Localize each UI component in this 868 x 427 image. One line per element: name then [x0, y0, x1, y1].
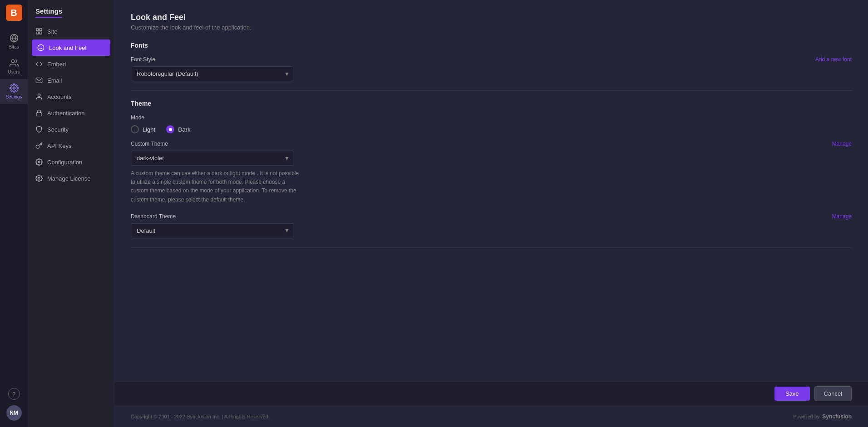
sidebar-item-look-and-feel[interactable]: Look and Feel	[32, 39, 110, 56]
content-area: Look and Feel Customize the look and fee…	[114, 0, 868, 381]
custom-theme-manage-link[interactable]: Manage	[832, 141, 852, 147]
sidebar: Settings Site Look and Feel Embed Ema	[28, 0, 114, 427]
nav-settings[interactable]: Settings	[0, 79, 28, 104]
license-icon	[35, 175, 43, 182]
security-icon	[35, 126, 43, 133]
email-icon	[35, 77, 43, 84]
fonts-section: Fonts Font Style Add a new font Robotore…	[131, 42, 852, 81]
svg-rect-5	[39, 29, 42, 31]
mode-dark-radio[interactable]	[166, 125, 174, 133]
mode-row: Light Dark	[131, 125, 852, 133]
app-logo: B	[6, 5, 22, 21]
nav-users[interactable]: Users	[0, 54, 28, 79]
divider-2	[131, 247, 852, 248]
powered-by-label: Powered by	[793, 414, 819, 419]
divider-1	[131, 90, 852, 91]
main-content: Look and Feel Customize the look and fee…	[114, 0, 868, 427]
sidebar-item-email[interactable]: Email	[28, 72, 114, 88]
nav-settings-label: Settings	[5, 94, 22, 99]
svg-rect-12	[36, 113, 42, 116]
icon-bar-bottom: ? NM	[6, 388, 22, 427]
dashboard-theme-manage-link[interactable]: Manage	[832, 213, 852, 220]
svg-rect-4	[36, 29, 39, 31]
mode-light-label: Light	[143, 126, 155, 133]
add-new-font-link[interactable]: Add a new font	[815, 56, 852, 63]
accounts-icon	[35, 93, 43, 100]
sidebar-item-security-label: Security	[47, 126, 69, 133]
config-icon	[35, 158, 43, 166]
syncfusion-brand: Syncfusion	[822, 413, 852, 420]
sidebar-item-api-keys[interactable]: API Keys	[28, 137, 114, 154]
sidebar-item-embed[interactable]: Embed	[28, 56, 114, 72]
copyright-bar: Copyright © 2001 - 2022 Syncfusion Inc. …	[114, 406, 868, 427]
theme-section: Theme Mode Light Dark Custom Theme	[131, 100, 852, 238]
nav-sites-label: Sites	[9, 44, 19, 49]
font-style-select[interactable]: Robotoregular (Default)	[131, 66, 294, 81]
svg-point-11	[38, 94, 40, 96]
font-style-label: Font Style	[131, 56, 155, 63]
mode-dark-label: Dark	[178, 126, 190, 133]
sidebar-item-embed-label: Embed	[47, 61, 66, 68]
icon-bar: B Sites Users Settings ? NM	[0, 0, 28, 427]
dashboard-theme-label: Dashboard Theme	[131, 213, 176, 220]
sidebar-item-site-label: Site	[47, 28, 57, 35]
page-title: Look and Feel	[131, 13, 852, 22]
custom-theme-select-wrapper: dark-violet ▼	[131, 151, 294, 166]
look-feel-icon	[37, 44, 44, 51]
dashboard-theme-select[interactable]: Default	[131, 223, 294, 238]
svg-point-2	[11, 60, 15, 63]
nav-users-label: Users	[8, 69, 20, 74]
sidebar-item-site[interactable]: Site	[28, 23, 114, 39]
sidebar-title: Settings	[35, 7, 62, 18]
sidebar-item-manage-license[interactable]: Manage License	[28, 170, 114, 187]
mode-dark-radio-inner	[169, 128, 172, 131]
sidebar-item-authentication[interactable]: Authentication	[28, 105, 114, 121]
help-button[interactable]: ?	[8, 388, 20, 400]
sidebar-item-configuration[interactable]: Configuration	[28, 154, 114, 170]
svg-point-3	[13, 87, 15, 89]
site-icon	[35, 28, 43, 35]
auth-icon	[35, 109, 43, 117]
svg-rect-7	[36, 32, 39, 34]
fonts-section-title: Fonts	[131, 42, 852, 49]
dashboard-theme-select-wrapper: Default ▼	[131, 223, 294, 238]
page-subtitle: Customize the look and feel of the appli…	[131, 24, 852, 31]
sidebar-item-accounts[interactable]: Accounts	[28, 88, 114, 105]
font-style-select-wrapper: Robotoregular (Default) ▼	[131, 66, 294, 81]
svg-point-14	[38, 177, 40, 179]
save-button[interactable]: Save	[774, 387, 810, 401]
sidebar-item-email-label: Email	[47, 77, 62, 84]
copyright-text: Copyright © 2001 - 2022 Syncfusion Inc. …	[131, 414, 270, 419]
powered-by: Powered by Syncfusion	[793, 413, 852, 420]
svg-rect-6	[39, 32, 42, 34]
custom-theme-note: A custom theme can use either a dark or …	[131, 169, 303, 204]
sidebar-item-configuration-label: Configuration	[47, 159, 82, 166]
sidebar-item-authentication-label: Authentication	[47, 110, 84, 117]
nav-sites[interactable]: Sites	[0, 29, 28, 54]
sidebar-item-security[interactable]: Security	[28, 121, 114, 137]
mode-label: Mode	[131, 114, 852, 121]
svg-point-13	[38, 161, 40, 163]
footer-action-bar: Save Cancel	[114, 381, 868, 406]
user-avatar[interactable]: NM	[6, 405, 22, 421]
font-style-header: Font Style Add a new font	[131, 56, 852, 63]
custom-theme-header: Custom Theme Manage	[131, 141, 852, 147]
svg-point-8	[38, 44, 44, 50]
custom-theme-select[interactable]: dark-violet	[131, 151, 294, 166]
cancel-button[interactable]: Cancel	[814, 386, 852, 401]
sidebar-item-look-and-feel-label: Look and Feel	[49, 44, 86, 51]
sidebar-item-manage-license-label: Manage License	[47, 175, 90, 182]
dashboard-theme-header: Dashboard Theme Manage	[131, 213, 852, 220]
sidebar-item-accounts-label: Accounts	[47, 93, 71, 100]
mode-light-radio[interactable]	[131, 125, 139, 133]
custom-theme-label: Custom Theme	[131, 141, 168, 147]
embed-icon	[35, 60, 43, 68]
api-icon	[35, 142, 43, 149]
mode-light-option[interactable]: Light	[131, 125, 155, 133]
mode-dark-option[interactable]: Dark	[166, 125, 190, 133]
sidebar-item-api-keys-label: API Keys	[47, 142, 71, 149]
theme-section-title: Theme	[131, 100, 852, 107]
